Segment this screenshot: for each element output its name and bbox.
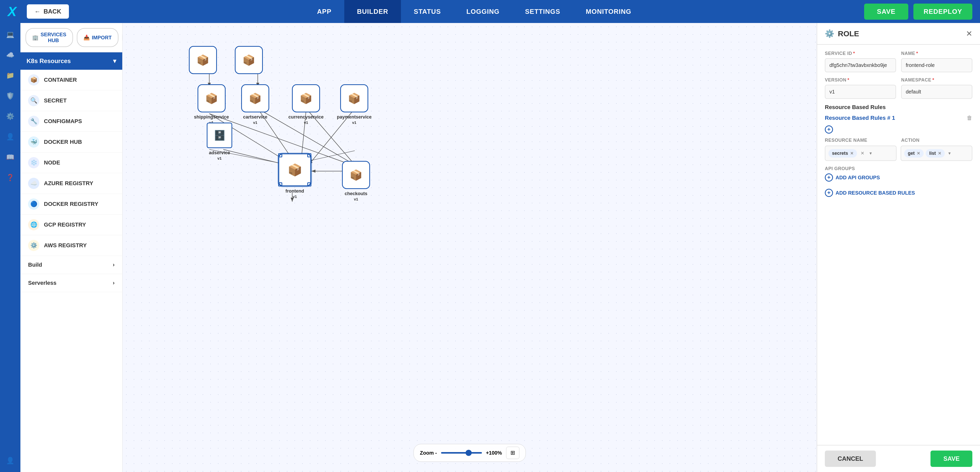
sidebar-icon-terminal[interactable]: 💻 — [4, 28, 17, 41]
redeploy-button[interactable]: REDEPLOY — [913, 3, 972, 20]
k8s-header-label: K8s Resources — [27, 57, 71, 65]
add-resource-based-rules-button[interactable]: + ADD RESOURCE BASED RULES — [825, 186, 972, 200]
grid-view-button[interactable]: ⊞ — [506, 447, 519, 459]
svg-line-14 — [309, 151, 355, 161]
sidebar-icon-shield[interactable]: 🛡️ — [4, 89, 17, 102]
back-label: BACK — [44, 8, 61, 15]
back-button[interactable]: ← BACK — [27, 4, 69, 19]
node-frontend[interactable]: 📦 frontendv1 — [278, 153, 311, 199]
resource-item-azure-registry[interactable]: ☁️ AZURE REGISTRY — [21, 173, 122, 194]
node-corner-tr — [307, 153, 311, 157]
import-button[interactable]: 📥 IMPORT — [77, 28, 118, 47]
nav-status[interactable]: STATUS — [401, 0, 453, 23]
node-checkouts[interactable]: 📦 checkoutsv1 — [342, 161, 370, 202]
services-hub-button[interactable]: 🏢 SERVICES HUB — [25, 28, 73, 47]
aws-registry-icon: ⚙️ — [28, 240, 39, 251]
form-group-version: VERSION * — [825, 77, 896, 99]
build-chevron-icon: › — [113, 262, 115, 268]
zoom-controls[interactable]: Zoom - +100% ⊞ — [414, 444, 526, 462]
resource-name-expand[interactable]: ▾ — [868, 150, 873, 156]
nav-logging[interactable]: LOGGING — [453, 0, 512, 23]
node-cartservice[interactable]: 📦 cartservicev1 — [241, 84, 269, 125]
sidebar-icon-user[interactable]: 👤 — [4, 454, 17, 467]
sidebar-icon-help[interactable]: ❓ — [4, 171, 17, 184]
save-button[interactable]: SAVE — [864, 3, 908, 20]
resource-item-gcp-registry[interactable]: 🌐 GCP REGISTRY — [21, 215, 122, 235]
resource-item-aws-registry[interactable]: ⚙️ AWS REGISTRY — [21, 235, 122, 256]
container-icon: 📦 — [28, 74, 39, 86]
add-api-groups-button[interactable]: + ADD API GROUPS — [825, 174, 972, 182]
version-input[interactable] — [825, 85, 896, 99]
resource-item-secret[interactable]: 🔍 SECRET — [21, 91, 122, 111]
right-save-button[interactable]: SAVE — [931, 451, 972, 467]
docker-registry-label: DOCKER REGISTRY — [44, 201, 98, 207]
section-item-build[interactable]: Build › — [21, 256, 122, 274]
sidebar-icon-person[interactable]: 👤 — [4, 130, 17, 143]
node-top-left-1[interactable]: 📦 — [189, 46, 217, 74]
node-corner-br — [307, 182, 311, 187]
canvas-area[interactable]: 📦 📦 📦 shippingservicev1 📦 car — [123, 23, 817, 472]
add-api-groups-label: ADD API GROUPS — [835, 175, 880, 180]
aws-registry-label: AWS REGISTRY — [44, 242, 87, 249]
section-item-serverless[interactable]: Serverless › — [21, 274, 122, 292]
configmaps-label: CONFIGMAPS — [44, 118, 82, 124]
sidebar-icon-cloud[interactable]: ☁️ — [4, 48, 17, 61]
secret-icon: 🔍 — [28, 95, 39, 106]
add-rule-button[interactable]: + — [825, 125, 972, 134]
service-id-input[interactable] — [825, 58, 896, 72]
resource-item-configmaps[interactable]: 🔧 CONFIGMAPS — [21, 111, 122, 132]
namespace-label: NAMESPACE * — [901, 77, 972, 83]
resource-item-container[interactable]: 📦 CONTAINER — [21, 70, 122, 91]
get-tag: get ✕ — [904, 149, 924, 158]
version-label: VERSION * — [825, 77, 896, 83]
add-resource-rules-icon: + — [825, 189, 833, 197]
form-section: SERVICE ID * NAME * — [817, 45, 980, 206]
nav-app[interactable]: APP — [304, 0, 344, 23]
sidebar-icon-folder[interactable]: 📁 — [4, 69, 17, 82]
remove-secrets-tag[interactable]: ✕ — [850, 151, 853, 156]
rule-title[interactable]: Resource Based Rules # 1 — [825, 115, 895, 121]
node-corner-bl — [278, 182, 282, 187]
action-input[interactable]: get ✕ list ✕ ▾ — [900, 145, 972, 161]
resource-item-node[interactable]: ❄️ NODE — [21, 153, 122, 173]
cancel-button[interactable]: CANCEL — [825, 451, 876, 467]
node-top-left-2[interactable]: 📦 — [235, 46, 263, 74]
remove-list-tag[interactable]: ✕ — [938, 151, 941, 156]
container-label: CONTAINER — [44, 77, 77, 83]
nav-builder[interactable]: BUILDER — [344, 0, 401, 23]
sidebar-icon-settings[interactable]: ⚙️ — [4, 110, 17, 123]
services-hub-icon: 🏢 — [32, 35, 38, 41]
resource-item-docker-hub[interactable]: 🐳 DOCKER HUB — [21, 132, 122, 153]
docker-hub-icon: 🐳 — [28, 136, 39, 148]
import-label: IMPORT — [92, 35, 112, 41]
zoom-minus-label: Zoom - — [420, 450, 437, 456]
right-panel: ⚙️ ROLE ✕ SERVICE ID * — [817, 23, 980, 472]
list-tag-label: list — [929, 151, 936, 156]
gcp-registry-icon: 🌐 — [28, 219, 39, 230]
sidebar-icon-book[interactable]: 📖 — [4, 151, 17, 163]
zoom-slider[interactable] — [441, 452, 482, 454]
resource-item-docker-registry[interactable]: 🔵 DOCKER REGISTRY — [21, 194, 122, 215]
namespace-input[interactable] — [901, 85, 972, 99]
k8s-header[interactable]: K8s Resources ▾ — [21, 53, 122, 70]
close-button[interactable]: ✕ — [966, 29, 972, 38]
import-icon: 📥 — [83, 35, 90, 41]
main-navigation: APP BUILDER STATUS LOGGING SETTINGS MONI… — [84, 0, 864, 23]
serverless-chevron-icon: › — [113, 280, 115, 286]
role-title: ROLE — [838, 29, 859, 38]
action-expand[interactable]: ▾ — [947, 150, 952, 156]
svg-line-4 — [223, 150, 286, 165]
resource-name-input[interactable]: secrets ✕ ✕ ▾ — [825, 145, 897, 161]
remove-get-tag[interactable]: ✕ — [917, 151, 920, 156]
node-icon: ❄️ — [28, 157, 39, 168]
build-label: Build — [28, 262, 42, 268]
resource-name-dropdown[interactable]: ✕ — [859, 150, 866, 156]
node-adservice[interactable]: 🗄️ adservicev1 — [207, 123, 232, 161]
node-shippingservice[interactable]: 📦 shippingservicev1 — [194, 84, 229, 125]
node-paymentservice[interactable]: 📦 paymentservicev1 — [337, 84, 372, 125]
node-currencyservice[interactable]: 📦 currencyservicev1 — [288, 84, 324, 125]
delete-rule-button[interactable]: 🗑 — [967, 115, 972, 121]
nav-settings[interactable]: SETTINGS — [512, 0, 573, 23]
name-input[interactable] — [901, 58, 972, 72]
nav-monitoring[interactable]: MONITORING — [573, 0, 644, 23]
